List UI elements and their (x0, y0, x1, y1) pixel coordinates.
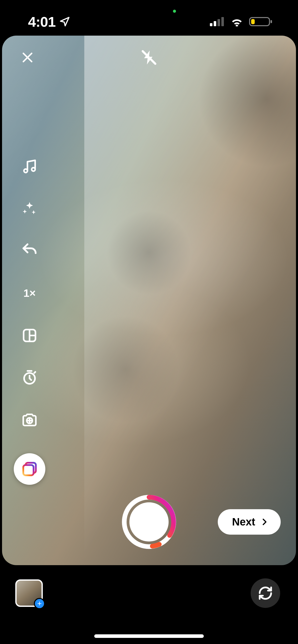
home-indicator[interactable] (94, 634, 204, 638)
camera-bottom-controls: Next (2, 494, 296, 550)
next-button[interactable]: Next (218, 509, 281, 535)
bottom-bar: + (0, 565, 298, 644)
svg-rect-0 (210, 23, 212, 26)
wifi-icon (230, 17, 244, 27)
multi-capture-icon (20, 460, 39, 478)
battery-icon (249, 16, 273, 27)
status-right (209, 16, 273, 27)
status-time-group: 4:01 (28, 13, 70, 30)
shutter-button[interactable] (121, 494, 177, 550)
svg-rect-6 (270, 20, 272, 23)
camera-plus-icon (21, 412, 38, 428)
gallery-button[interactable]: + (15, 579, 43, 607)
switch-camera-icon (258, 586, 273, 601)
flash-toggle[interactable] (139, 47, 159, 68)
undo-icon (21, 243, 38, 259)
svg-rect-5 (251, 19, 255, 24)
multi-capture-tool[interactable] (14, 453, 45, 485)
next-label: Next (232, 516, 255, 528)
svg-point-9 (32, 168, 35, 171)
status-bar: 4:01 (0, 0, 298, 36)
effects-tool[interactable] (21, 200, 38, 218)
privacy-indicator-dot (173, 10, 176, 13)
camera-viewfinder[interactable]: 1× (2, 36, 296, 565)
plus-badge-icon: + (34, 598, 45, 609)
switch-camera-button[interactable] (251, 578, 280, 608)
sparkle-icon (21, 201, 38, 217)
photo-shot-tool[interactable] (21, 411, 38, 429)
layout-tool[interactable] (21, 327, 38, 344)
undo-tool[interactable] (21, 242, 38, 260)
timer-tool[interactable] (21, 369, 38, 387)
svg-point-8 (24, 169, 28, 173)
layout-icon (22, 328, 37, 343)
location-icon (59, 16, 70, 27)
music-icon (21, 158, 38, 175)
chevron-right-icon (260, 517, 269, 526)
svg-rect-2 (218, 19, 220, 26)
svg-rect-14 (23, 465, 34, 475)
close-icon (20, 50, 35, 65)
timer-icon (21, 370, 38, 386)
svg-rect-3 (221, 17, 224, 26)
zoom-label: 1× (23, 287, 36, 299)
cellular-icon (209, 17, 225, 27)
camera-top-controls (17, 47, 281, 68)
shutter-icon (121, 494, 177, 550)
svg-rect-1 (214, 21, 216, 26)
camera-tools-sidebar: 1× (14, 158, 45, 485)
flash-off-icon (141, 49, 157, 66)
svg-point-16 (129, 502, 169, 541)
music-tool[interactable] (21, 158, 38, 175)
status-time: 4:01 (28, 13, 56, 30)
zoom-level[interactable]: 1× (21, 284, 38, 302)
close-button[interactable] (17, 47, 38, 68)
